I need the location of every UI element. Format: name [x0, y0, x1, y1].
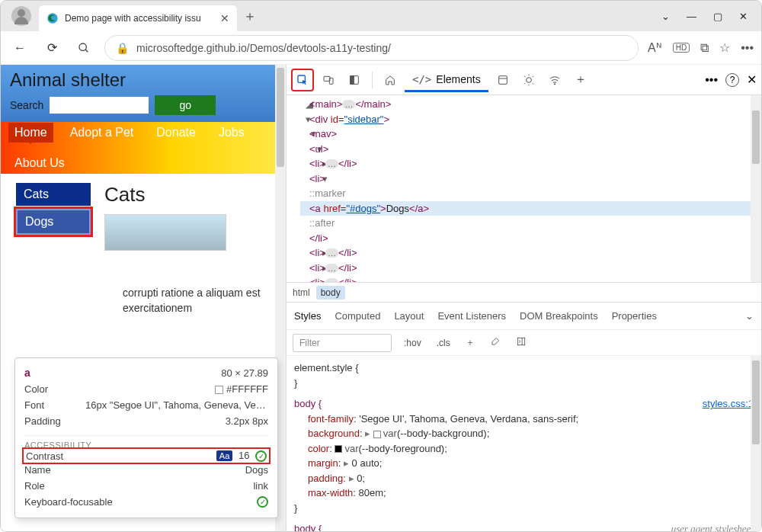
tooltip-padding-value: 3.2px 8px — [226, 415, 268, 427]
nav-jobs[interactable]: Jobs — [213, 123, 251, 143]
styles-rules[interactable]: element.style { } body { styles.css:1 fo… — [287, 356, 761, 532]
tooltip-name-label: Name — [24, 464, 51, 476]
computed-sidebar-icon[interactable] — [513, 335, 530, 351]
rule-body-selector: body { — [294, 398, 322, 409]
go-button[interactable]: go — [155, 95, 216, 115]
reader-mode-icon[interactable]: ⧉ — [700, 41, 709, 55]
tooltip-a11y-section: ACCESSIBILITY — [24, 435, 268, 450]
page-title: Animal shelter — [10, 69, 277, 91]
profile-avatar[interactable] — [11, 6, 31, 26]
svg-line-13 — [524, 75, 525, 76]
svg-line-16 — [532, 75, 533, 76]
sidebar-cats[interactable]: Cats — [16, 183, 91, 206]
crumb-body[interactable]: body — [316, 286, 345, 300]
rule-body-ua-selector: body { — [294, 523, 322, 532]
tooltip-contrast-row: Contrast Aa 16 ✓ — [24, 450, 268, 462]
dock-side-button[interactable] — [343, 69, 366, 91]
tab-close-icon[interactable]: ✕ — [220, 12, 229, 24]
maximize-button[interactable]: ▢ — [713, 11, 722, 22]
crumb-html[interactable]: html — [293, 287, 310, 298]
more-menu-icon[interactable]: ••• — [741, 41, 754, 55]
svg-point-1 — [79, 43, 86, 50]
address-bar[interactable]: 🔒 microsoftedge.github.io/Demos/devtools… — [104, 35, 639, 61]
more-tabs-button[interactable]: ＋ — [569, 69, 592, 91]
read-aloud-icon[interactable]: Aᴺ — [648, 40, 662, 55]
rule-element-style: element.style { — [294, 362, 359, 373]
minimize-button[interactable]: — — [687, 11, 696, 22]
app-tab-icon[interactable] — [491, 69, 514, 91]
dom-breakpoints-tab[interactable]: DOM Breakpoints — [520, 310, 598, 322]
svg-point-17 — [554, 83, 555, 84]
sidebar-dogs[interactable]: Dogs — [16, 209, 91, 235]
dom-breadcrumbs[interactable]: html body — [287, 283, 761, 303]
hov-toggle[interactable]: :hov — [401, 336, 424, 350]
tooltip-role-label: Role — [24, 480, 45, 492]
styles-tabbar: Styles Computed Layout Event Listeners D… — [287, 303, 761, 330]
lock-icon: 🔒 — [116, 42, 129, 54]
content-image — [104, 214, 226, 251]
nav-home[interactable]: Home — [8, 123, 53, 143]
cls-toggle[interactable]: .cls — [434, 336, 453, 350]
browser-tab[interactable]: Demo page with accessibility issu ✕ — [39, 5, 237, 31]
window-controls: ⌄ — ▢ ✕ — [661, 11, 758, 22]
page-header: Animal shelter Search go — [1, 65, 286, 122]
check-icon: ✓ — [257, 496, 268, 508]
check-icon: ✓ — [255, 450, 267, 462]
dom-scrollbar[interactable] — [751, 95, 761, 282]
paint-brush-icon[interactable] — [487, 335, 504, 351]
inspect-element-button[interactable] — [291, 69, 314, 91]
stylesheet-link[interactable]: styles.css:1 — [703, 396, 754, 412]
welcome-tab[interactable] — [379, 69, 402, 91]
nav-about[interactable]: About Us — [8, 153, 71, 173]
network-tab-icon[interactable] — [543, 69, 566, 91]
tooltip-kb-label: Keyboard-focusable — [24, 496, 113, 508]
close-window-button[interactable]: ✕ — [739, 11, 748, 22]
help-icon[interactable]: ? — [725, 73, 739, 87]
new-rule-button[interactable]: ＋ — [463, 335, 478, 351]
search-button[interactable] — [72, 37, 95, 59]
back-button[interactable]: ← — [8, 37, 31, 59]
close-devtools-button[interactable]: ✕ — [747, 72, 757, 87]
tooltip-font-label: Font — [24, 399, 44, 411]
content-text: corrupti ratione a aliquam est exercitat… — [123, 286, 271, 316]
device-emulation-button[interactable] — [317, 69, 340, 91]
svg-rect-7 — [351, 75, 354, 84]
elements-tab[interactable]: </> Elements — [405, 69, 488, 92]
tooltip-role-value: link — [253, 480, 268, 492]
issues-tab-icon[interactable] — [517, 69, 540, 91]
dom-tree[interactable]: ◢ <main>…</main> ▾ <div id="sidebar"> ▾ … — [287, 95, 761, 283]
hd-icon[interactable]: HD — [673, 43, 690, 53]
inspect-tooltip: a 80 × 27.89 Color #FFFFFF Font 16px "Se… — [14, 357, 278, 518]
computed-tab[interactable]: Computed — [335, 310, 380, 322]
svg-rect-18 — [517, 338, 524, 345]
contrast-value: 16 — [239, 450, 249, 461]
chevron-down-icon[interactable]: ⌄ — [661, 11, 670, 22]
styles-tab[interactable]: Styles — [294, 310, 321, 322]
svg-line-2 — [85, 50, 88, 52]
content-heading: Cats — [104, 183, 226, 207]
properties-tab[interactable]: Properties — [612, 310, 657, 322]
tooltip-contrast-label: Contrast — [26, 450, 63, 462]
event-listeners-tab[interactable]: Event Listeners — [437, 310, 506, 322]
devtools-toolbar: </> Elements ＋ ••• ? ✕ — [287, 65, 761, 95]
nav-donate[interactable]: Donate — [150, 123, 202, 143]
refresh-button[interactable]: ⟳ — [40, 37, 63, 59]
tooltip-padding-label: Padding — [24, 415, 61, 427]
edge-favicon — [46, 12, 59, 24]
url-text: microsoftedge.github.io/Demos/devtools-a… — [136, 42, 391, 54]
layout-tab[interactable]: Layout — [394, 310, 424, 322]
styles-more-icon[interactable]: ⌄ — [745, 310, 754, 322]
tooltip-name-value: Dogs — [245, 464, 268, 476]
styles-scrollbar[interactable] — [751, 356, 761, 532]
new-tab-button[interactable]: ＋ — [243, 7, 257, 25]
more-tools-icon[interactable]: ••• — [705, 73, 718, 87]
tab-title: Demo page with accessibility issu — [65, 13, 214, 24]
styles-filter-input[interactable]: Filter — [293, 334, 392, 352]
search-label: Search — [10, 99, 43, 111]
dom-selected-node: <a href="#dogs">Dogs</a> — [300, 201, 755, 216]
nav-adopt[interactable]: Adopt a Pet — [64, 123, 140, 143]
contrast-badge: Aa — [216, 450, 232, 461]
favorite-icon[interactable]: ☆ — [719, 40, 730, 55]
tooltip-element-tag: a — [24, 367, 30, 379]
search-input[interactable] — [50, 97, 149, 114]
